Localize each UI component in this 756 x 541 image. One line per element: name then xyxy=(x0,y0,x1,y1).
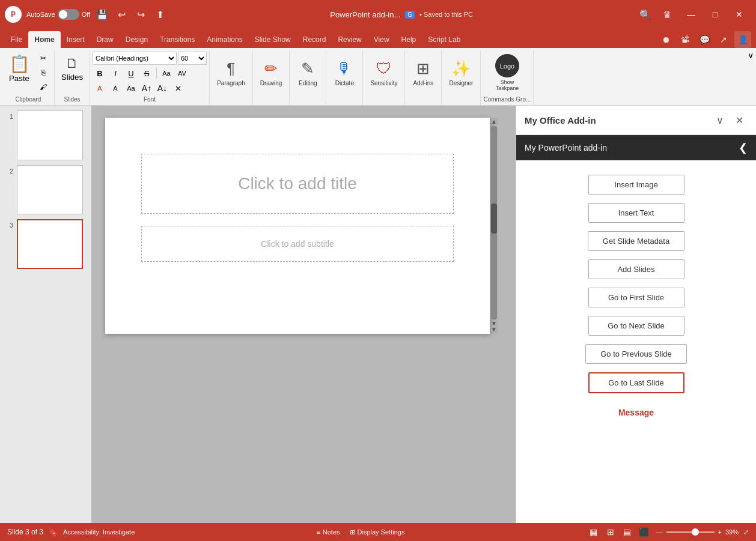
tab-insert[interactable]: Insert xyxy=(61,31,91,48)
insert-text-button[interactable]: Insert Text xyxy=(588,203,684,223)
clear-format-button[interactable]: ✕ xyxy=(171,82,185,95)
font-size-select[interactable]: 60 xyxy=(178,52,207,65)
addin-minimize-button[interactable]: ∨ xyxy=(712,112,728,128)
paste-button[interactable]: 📋 Paste xyxy=(5,52,34,85)
tab-scriptlab[interactable]: Script Lab xyxy=(422,31,466,48)
tab-animations[interactable]: Animations xyxy=(201,31,248,48)
slide-preview-1[interactable] xyxy=(17,110,83,160)
tab-view[interactable]: View xyxy=(368,31,395,48)
slide-preview-3[interactable] xyxy=(17,219,83,269)
comment-icon-btn[interactable]: 💬 xyxy=(696,31,713,48)
view-normal-button[interactable]: ▦ xyxy=(587,525,601,539)
zoom-level: 39% xyxy=(725,528,739,536)
ribbon-more-button[interactable]: ∨ xyxy=(748,50,754,60)
view-slide-sorter-button[interactable]: ⊞ xyxy=(603,525,618,539)
addins-button[interactable]: ⊞ Add-ins xyxy=(407,52,439,94)
paragraph-button[interactable]: ¶ Paragraph xyxy=(212,52,250,94)
close-button[interactable]: ✕ xyxy=(727,2,751,26)
addin-panel: My Office Add-in ∨ ✕ My PowerPoint add-i… xyxy=(516,106,756,523)
bookmark-button[interactable]: 🔖 xyxy=(48,527,58,537)
tab-transitions[interactable]: Transitions xyxy=(154,31,201,48)
view-presenter-button[interactable]: ⬛ xyxy=(637,525,651,539)
minimize-button[interactable]: — xyxy=(679,2,703,26)
share-icon-btn[interactable]: ↗ xyxy=(715,31,732,48)
tab-home[interactable]: Home xyxy=(28,31,60,48)
editing-icon: ✎ xyxy=(301,59,314,78)
display-settings-button[interactable]: ⊞ Display Settings xyxy=(350,528,405,536)
present-icon-btn[interactable]: 📽 xyxy=(677,31,694,48)
bold-button[interactable]: B xyxy=(93,67,107,80)
record-icon-btn[interactable]: ⏺ xyxy=(657,31,674,48)
crown-icon[interactable]: ♛ xyxy=(660,7,674,22)
title-placeholder[interactable]: Click to add title xyxy=(141,154,454,214)
tab-review[interactable]: Review xyxy=(332,31,367,48)
slide-thumb-1[interactable]: 1 xyxy=(5,110,87,160)
dictate-button[interactable]: 🎙 Dictate xyxy=(329,52,360,94)
search-button[interactable]: 🔍 xyxy=(636,5,655,24)
clipboard-group: 📋 Paste ✂ ⎘ 🖌 Clipboard xyxy=(2,50,55,105)
redo-button[interactable]: ↪ xyxy=(133,7,148,22)
drawing-button[interactable]: ✏ Drawing xyxy=(255,52,287,94)
insert-image-button[interactable]: Insert Image xyxy=(588,175,684,195)
strikethrough-button[interactable]: S xyxy=(139,67,154,80)
add-slides-button[interactable]: Add Slides xyxy=(588,259,684,279)
view-reading-button[interactable]: ▤ xyxy=(620,525,635,539)
save-button[interactable]: 💾 xyxy=(95,7,109,22)
subtitle-placeholder[interactable]: Click to add subtitle xyxy=(141,226,454,262)
char-spacing-button[interactable]: AV xyxy=(175,67,189,80)
addin-close-button[interactable]: ✕ xyxy=(731,112,748,128)
status-left: Slide 3 of 3 🔖 Accessibility: Investigat… xyxy=(7,527,135,537)
tab-help[interactable]: Help xyxy=(395,31,422,48)
font-size-selector[interactable]: Aa xyxy=(124,82,138,95)
maximize-button[interactable]: □ xyxy=(703,2,727,26)
tab-slideshow[interactable]: Slide Show xyxy=(249,31,297,48)
decrease-font-button[interactable]: A↓ xyxy=(155,82,169,95)
show-taskpane-button[interactable]: Logo ShowTaskpane xyxy=(490,52,524,94)
go-to-next-slide-button[interactable]: Go to Next Slide xyxy=(588,316,684,336)
cut-button[interactable]: ✂ xyxy=(35,52,52,65)
slide-preview-2[interactable] xyxy=(17,165,83,215)
go-to-previous-slide-button[interactable]: Go to Previous Slide xyxy=(585,344,687,364)
font-name-select[interactable]: Calibri (Headings) xyxy=(93,52,177,65)
highlight-button[interactable]: A xyxy=(108,82,123,95)
designer-icon: ✨ xyxy=(451,59,471,78)
increase-font-button[interactable]: A↑ xyxy=(139,82,154,95)
slide-thumb-2[interactable]: 2 xyxy=(5,165,87,215)
italic-button[interactable]: I xyxy=(108,67,123,80)
editing-button[interactable]: ✎ Editing xyxy=(292,52,323,94)
zoom-slider[interactable] xyxy=(666,531,715,533)
fullscreen-button[interactable]: ⤢ xyxy=(743,528,749,536)
change-case-button[interactable]: Aa xyxy=(159,67,174,80)
tab-draw[interactable]: Draw xyxy=(91,31,120,48)
underline-button[interactable]: U xyxy=(124,67,138,80)
accessibility-button[interactable]: Accessibility: Investigate xyxy=(63,528,135,536)
zoom-slider-thumb xyxy=(692,528,699,536)
undo-button[interactable]: ↩ xyxy=(114,7,129,22)
font-color-button[interactable]: A xyxy=(93,82,107,95)
zoom-out-button[interactable]: — xyxy=(656,528,663,536)
scroll-down-arrow-2[interactable]: ▼ xyxy=(491,327,497,333)
addins-icon: ⊞ xyxy=(416,59,430,78)
tab-record[interactable]: Record xyxy=(297,31,332,48)
copy-button[interactable]: ⎘ xyxy=(35,66,52,79)
sensitivity-button[interactable]: 🛡 Sensitivity xyxy=(365,52,402,94)
go-to-last-slide-button[interactable]: Go to Last Slide xyxy=(588,372,684,393)
zoom-in-button[interactable]: + xyxy=(718,528,722,536)
autosave-toggle[interactable] xyxy=(58,9,79,20)
scroll-up-button[interactable]: ▲ xyxy=(491,119,497,125)
app-logo-letter: P xyxy=(11,10,16,19)
tab-file[interactable]: File xyxy=(5,31,28,48)
upload-button[interactable]: ⬆ xyxy=(153,7,167,22)
format-painter-button[interactable]: 🖌 xyxy=(35,80,52,94)
slide-thumb-3[interactable]: 3 xyxy=(5,219,87,269)
slide-canvas[interactable]: Click to add title Click to add subtitle xyxy=(105,118,490,334)
designer-button[interactable]: ✨ Designer xyxy=(444,52,478,94)
get-slide-metadata-button[interactable]: Get Slide Metadata xyxy=(588,231,684,251)
slides-button[interactable]: 🗋 Slides xyxy=(57,52,87,85)
addin-collapse-button[interactable]: ❮ xyxy=(739,141,748,154)
paragraph-icon: ¶ xyxy=(227,59,235,78)
profile-icon-btn[interactable]: 👤 xyxy=(734,31,751,48)
tab-design[interactable]: Design xyxy=(120,31,154,48)
go-to-first-slide-button[interactable]: Go to First Slide xyxy=(588,288,684,307)
notes-button[interactable]: ≡ Notes xyxy=(316,528,340,536)
